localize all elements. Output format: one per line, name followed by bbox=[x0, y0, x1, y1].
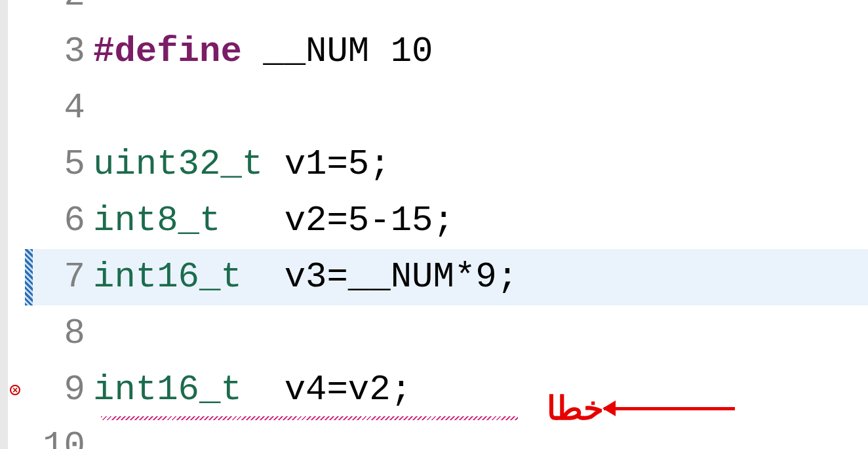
icon-gutter bbox=[8, 0, 25, 449]
code-line[interactable]: 7int16_t v3=__NUM*9; bbox=[33, 249, 868, 305]
code-line[interactable]: 2 bbox=[33, 0, 868, 24]
code-token: int16_t bbox=[93, 257, 242, 297]
code-content[interactable]: int8_t v2=5-15; bbox=[93, 193, 454, 249]
line-number: 3 bbox=[33, 24, 93, 80]
code-token: #define bbox=[93, 31, 242, 71]
scroll-margin bbox=[0, 0, 8, 449]
line-number: 7 bbox=[33, 249, 93, 305]
code-token: uint32_t bbox=[93, 144, 263, 184]
line-number: 2 bbox=[33, 0, 93, 24]
code-line[interactable]: 8 bbox=[33, 305, 868, 362]
change-gutter bbox=[25, 0, 33, 449]
code-line[interactable]: 9int16_t v4=v2; bbox=[33, 362, 868, 418]
code-content[interactable]: int16_t v4=v2; bbox=[93, 362, 412, 418]
code-content[interactable]: int16_t v3=__NUM*9; bbox=[93, 249, 518, 305]
code-token: int16_t bbox=[93, 370, 242, 410]
code-token: v2=5-15; bbox=[220, 201, 454, 241]
code-token: int8_t bbox=[93, 201, 220, 241]
code-token: v4=v2; bbox=[242, 370, 412, 410]
line-number: 6 bbox=[33, 193, 93, 249]
line-number: 10 bbox=[33, 418, 93, 449]
line-number: 8 bbox=[33, 305, 93, 362]
code-line[interactable]: 10 bbox=[33, 418, 868, 449]
change-marker bbox=[25, 249, 33, 305]
code-token: v3=__NUM*9; bbox=[242, 257, 518, 297]
code-editor[interactable]: 23#define __NUM 1045uint32_t v1=5;6int8_… bbox=[0, 0, 868, 449]
code-line[interactable]: 4 bbox=[33, 80, 868, 136]
code-content[interactable]: #define __NUM 10 bbox=[93, 24, 433, 80]
line-number: 9 bbox=[33, 362, 93, 418]
code-line[interactable]: 3#define __NUM 10 bbox=[33, 24, 868, 80]
code-content[interactable]: uint32_t v1=5; bbox=[93, 136, 391, 193]
code-token: __NUM 10 bbox=[242, 31, 433, 71]
code-line[interactable]: 5uint32_t v1=5; bbox=[33, 136, 868, 193]
line-number: 5 bbox=[33, 136, 93, 193]
code-token: v1=5; bbox=[263, 144, 390, 184]
code-area[interactable]: 23#define __NUM 1045uint32_t v1=5;6int8_… bbox=[33, 0, 868, 449]
error-icon[interactable] bbox=[10, 385, 20, 395]
code-line[interactable]: 6int8_t v2=5-15; bbox=[33, 193, 868, 249]
line-number: 4 bbox=[33, 80, 93, 136]
